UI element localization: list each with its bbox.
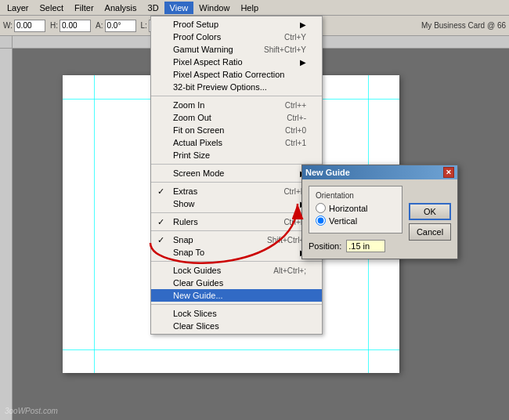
menu-item-snap[interactable]: ✓ Snap Shift+Ctrl+;	[151, 234, 322, 246]
menu-item-pixel-aspect-ratio[interactable]: Pixel Aspect Ratio ▶	[151, 56, 322, 68]
menu-item-label: Lock Slices	[173, 309, 217, 318]
menu-item-rulers[interactable]: ✓ Rulers Ctrl+R	[151, 215, 322, 228]
menubar-view[interactable]: View	[164, 2, 194, 14]
menubar-window[interactable]: Window	[193, 2, 235, 14]
menubar-layer[interactable]: Layer	[2, 2, 34, 14]
check-icon: ✓	[157, 217, 164, 227]
menu-item-clear-guides[interactable]: Clear Guides	[151, 277, 322, 289]
arrow-icon: ▶	[300, 20, 306, 29]
angle-field: A:	[96, 20, 135, 32]
watermark: 3ooWPost.com	[5, 407, 58, 415]
menubar-help[interactable]: Help	[235, 2, 264, 14]
dialog-buttons: OK Cancel	[409, 203, 451, 241]
orientation-group: Orientation Horizontal Vertical	[309, 186, 403, 234]
menu-item-pixel-aspect-ratio-correction[interactable]: Pixel Aspect Ratio Correction	[151, 68, 322, 81]
dialog-close-button[interactable]: ✕	[443, 167, 454, 178]
view-dropdown-menu: Proof Setup ▶ Proof Colors Ctrl+Y Gamut …	[150, 16, 323, 335]
menu-item-clear-slices[interactable]: Clear Slices	[151, 320, 322, 332]
menu-item-zoom-in[interactable]: Zoom In Ctrl++	[151, 99, 322, 111]
dialog-titlebar: New Guide ✕	[302, 165, 457, 179]
dialog-content: Orientation Horizontal Vertical Position…	[302, 179, 457, 259]
menu-item-screen-mode[interactable]: Screen Mode ▶	[151, 167, 322, 179]
menu-item-lock-guides[interactable]: Lock Guides Alt+Ctrl+;	[151, 264, 322, 277]
horizontal-radio[interactable]	[316, 203, 326, 213]
menu-item-label: Extras	[173, 186, 197, 196]
vertical-radio[interactable]	[316, 215, 326, 226]
menu-separator	[151, 164, 322, 165]
menu-item-label: Pixel Aspect Ratio	[173, 57, 243, 67]
guide-horizontal-2	[63, 349, 399, 350]
length-label: L:	[141, 21, 147, 30]
menu-item-actual-pixels[interactable]: Actual Pixels Ctrl+1	[151, 136, 322, 149]
width-input[interactable]	[14, 20, 45, 32]
menu-item-gamut-warning[interactable]: Gamut Warning Shift+Ctrl+Y	[151, 43, 322, 56]
menu-item-proof-colors[interactable]: Proof Colors Ctrl+Y	[151, 31, 322, 43]
dialog-title: New Guide	[305, 168, 350, 177]
guide-vertical-1	[94, 75, 95, 373]
menu-item-label: Snap	[173, 235, 193, 244]
menubar: Layer Select Filter Analysis 3D View Win…	[0, 0, 509, 16]
check-icon: ✓	[157, 186, 164, 197]
menu-separator	[151, 212, 322, 213]
position-input[interactable]	[346, 240, 385, 252]
menu-item-label: Rulers	[173, 217, 198, 226]
height-field: H:	[50, 20, 91, 32]
menu-item-label: Clear Guides	[173, 278, 223, 288]
menu-item-label: Snap To	[173, 248, 204, 257]
menu-item-label: Zoom In	[173, 100, 204, 110]
menu-item-show[interactable]: Show ▶	[151, 197, 322, 210]
menu-separator	[151, 182, 322, 183]
vertical-radio-row: Vertical	[316, 215, 395, 226]
menu-item-label: Actual Pixels	[173, 138, 222, 147]
menu-separator	[151, 230, 322, 231]
width-label: W:	[3, 21, 13, 30]
menu-separator	[151, 96, 322, 96]
menubar-3d[interactable]: 3D	[143, 2, 164, 14]
shortcut-label: Alt+Ctrl+;	[273, 266, 306, 275]
cancel-button[interactable]: Cancel	[409, 223, 451, 241]
menu-item-fit-screen[interactable]: Fit on Screen Ctrl+0	[151, 124, 322, 136]
menu-item-proof-setup[interactable]: Proof Setup ▶	[151, 18, 322, 31]
shortcut-label: Ctrl+1	[285, 139, 306, 147]
menu-item-print-size[interactable]: Print Size	[151, 149, 322, 161]
window-title: My Business Card @ 66	[421, 21, 506, 30]
menubar-analysis[interactable]: Analysis	[99, 2, 143, 14]
ruler-vertical	[0, 49, 13, 420]
height-input[interactable]	[60, 20, 91, 32]
arrow-icon: ▶	[300, 58, 306, 67]
horizontal-radio-row: Horizontal	[316, 203, 395, 213]
menu-separator	[151, 261, 322, 262]
menu-item-extras[interactable]: ✓ Extras Ctrl+H	[151, 185, 322, 197]
menu-item-label: Screen Mode	[173, 168, 224, 178]
shortcut-label: Ctrl+0	[285, 126, 306, 135]
menu-item-label: 32-bit Preview Options...	[173, 82, 267, 92]
shortcut-label: Ctrl+Y	[284, 33, 306, 42]
menu-item-label: Clear Slices	[173, 321, 219, 331]
menubar-filter[interactable]: Filter	[69, 2, 99, 14]
menu-item-zoom-out[interactable]: Zoom Out Ctrl+-	[151, 111, 322, 124]
angle-input[interactable]	[105, 20, 136, 32]
orientation-title: Orientation	[316, 191, 395, 200]
position-label: Position:	[309, 241, 341, 251]
new-guide-dialog: New Guide ✕ Orientation Horizontal Verti…	[301, 165, 458, 259]
angle-label: A:	[96, 21, 103, 30]
menu-item-label: Fit on Screen	[173, 125, 224, 135]
vertical-label: Vertical	[329, 216, 357, 226]
shortcut-label: Ctrl+-	[287, 114, 306, 122]
check-icon: ✓	[157, 235, 164, 245]
shortcut-label: Ctrl++	[285, 101, 306, 110]
menu-item-snap-to[interactable]: Snap To ▶	[151, 246, 322, 259]
menu-item-label: Show	[173, 199, 195, 208]
menu-item-lock-slices[interactable]: Lock Slices	[151, 307, 322, 320]
menubar-select[interactable]: Select	[34, 2, 70, 14]
ok-button[interactable]: OK	[409, 203, 451, 220]
menu-item-label: Gamut Warning	[173, 45, 233, 54]
menu-item-label: Lock Guides	[173, 266, 221, 275]
menu-item-label: Zoom Out	[173, 113, 211, 122]
menu-item-label: Pixel Aspect Ratio Correction	[173, 70, 284, 79]
menu-item-label: New Guide...	[173, 291, 223, 300]
menu-item-32bit-preview[interactable]: 32-bit Preview Options...	[151, 81, 322, 93]
menu-item-new-guide[interactable]: New Guide...	[151, 289, 322, 302]
menu-item-label: Print Size	[173, 150, 210, 160]
shortcut-label: Shift+Ctrl+Y	[264, 45, 306, 54]
